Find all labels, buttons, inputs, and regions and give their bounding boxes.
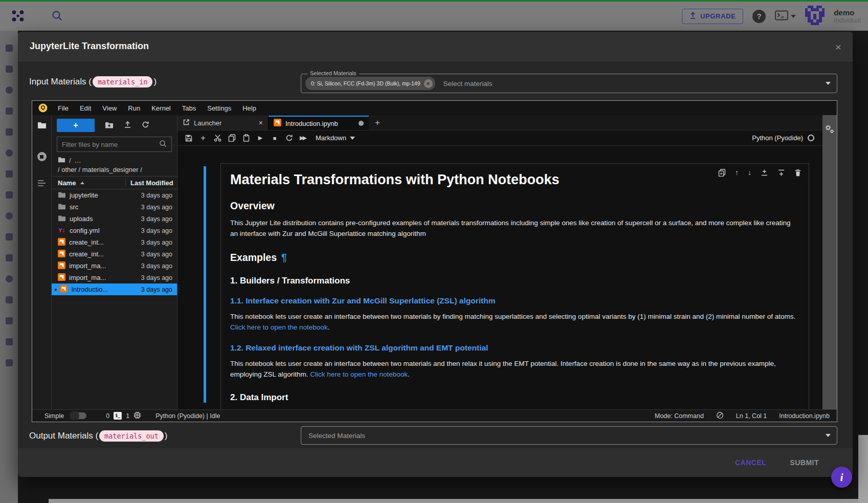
sidebar-icon[interactable] [6,128,13,136]
dropdown-caret-icon[interactable] [826,82,831,85]
selected-materials-field[interactable]: Selected Materials 0: Si, Silicon, FCC (… [301,74,837,93]
sidebar-icon[interactable] [6,191,13,199]
insert-cell-icon[interactable]: + [196,134,210,143]
menu-view[interactable]: View [97,104,122,112]
cursor-position[interactable]: Ln 1, Col 1 [736,412,767,420]
upload-files-icon[interactable] [124,121,131,130]
breadcrumb-ellipsis[interactable]: … [75,157,81,164]
active-file-name[interactable]: Introduction.ipynb [779,412,830,420]
delete-cell-icon[interactable] [794,169,802,177]
mat3ra-logo-icon[interactable] [10,8,26,26]
run-cell-icon[interactable]: ▶ [253,135,268,141]
close-tab-icon[interactable]: × [259,119,263,127]
sidebar-icon[interactable] [6,45,13,52]
sidebar-icon[interactable] [6,359,13,366]
sidebar-icon[interactable] [6,212,13,220]
search-icon[interactable] [51,10,63,24]
sidebar-icon[interactable] [6,233,13,240]
menu-edit[interactable]: Edit [74,104,97,112]
new-folder-icon[interactable] [105,121,114,130]
file-browser-icon[interactable] [37,121,47,131]
new-launcher-button[interactable]: + [57,119,95,132]
menu-kernel[interactable]: Kernel [146,104,176,112]
cut-icon[interactable] [210,134,225,142]
cancel-button[interactable]: CANCEL [735,458,766,467]
restart-kernel-icon[interactable] [282,134,296,142]
cell-type-select[interactable]: Markdown [316,134,355,142]
help-button[interactable]: ? [752,10,766,23]
column-name[interactable]: Name [52,179,125,187]
simple-mode-toggle[interactable] [71,412,86,419]
material-chip[interactable]: 0: Si, Silicon, FCC (Fd-3m) 3D (Bulk), m… [305,77,435,90]
refresh-icon[interactable] [142,121,149,130]
insert-cell-below-icon[interactable] [777,169,785,177]
output-materials-dropdown[interactable]: Selected Materials [301,426,837,445]
file-row[interactable]: create_int... 3 days ago [52,248,177,260]
file-row[interactable]: jupyterlite 3 days ago [52,189,177,201]
menu-help[interactable]: Help [237,104,262,112]
sidebar-icon[interactable] [6,296,13,303]
sidebar-icon[interactable] [6,86,13,94]
move-cell-up-icon[interactable]: ↑ [735,168,739,177]
duplicate-cell-icon[interactable] [718,169,726,177]
table-of-contents-icon[interactable] [37,180,47,189]
sidebar-icon[interactable] [6,149,13,157]
kernel-status-text[interactable]: Python (Pyodide) | Idle [155,412,220,420]
breadcrumb-root[interactable]: / [69,157,71,164]
sidebar-icon[interactable] [6,317,13,324]
mode-indicator[interactable]: Mode: Command [655,412,704,420]
file-row[interactable]: uploads 3 days ago [52,213,177,225]
sidebar-icon[interactable] [6,107,13,115]
user-info[interactable]: demo Individual [834,8,861,25]
accessibility-slash-icon[interactable] [716,411,724,421]
menu-run[interactable]: Run [122,104,146,112]
file-row[interactable]: create_int... 3 days ago [52,236,177,248]
breadcrumb-path[interactable]: / other / materials_designer / [58,166,171,173]
close-icon[interactable]: × [835,41,841,52]
sidebar-icon[interactable] [6,275,13,282]
home-folder-icon[interactable] [58,157,65,164]
file-row[interactable]: import_ma... 3 days ago [52,272,177,283]
terminal-icon[interactable]: $_ [114,412,122,420]
menu-tabs[interactable]: Tabs [176,104,202,112]
notebook-content[interactable]: ↑ ↓ Materials Transformations with Pytho… [177,146,822,409]
file-row[interactable]: import_ma... 3 days ago [52,260,177,272]
insert-cell-above-icon[interactable] [761,169,768,177]
copy-icon[interactable] [225,134,239,142]
user-avatar[interactable] [805,6,825,27]
console-menu-button[interactable] [775,10,796,23]
open-notebook-link[interactable]: Click here to open the notebook [230,323,328,331]
jupyterlite-logo-icon[interactable] [38,103,48,113]
file-row[interactable]: src 3 days ago [52,201,177,213]
open-notebook-link[interactable]: Click here to open the notebook [310,370,408,378]
kernel-chip-icon[interactable] [133,411,141,421]
file-row-selected[interactable]: ●Introductio... 3 days ago [52,283,177,295]
chip-remove-icon[interactable]: × [424,79,433,88]
menu-settings[interactable]: Settings [202,104,237,112]
restart-and-run-all-icon[interactable]: ▶▶ [296,135,310,141]
sidebar-icon[interactable] [6,170,13,178]
filter-files-input[interactable] [62,141,159,148]
paste-icon[interactable] [239,134,253,142]
property-inspector-gears-icon[interactable] [824,123,835,137]
move-cell-down-icon[interactable]: ↓ [748,168,751,177]
tab-launcher[interactable]: Launcher × [177,116,269,130]
markdown-cell[interactable]: ↑ ↓ Materials Transformations with Pytho… [220,163,809,409]
submit-button[interactable]: SUBMIT [790,458,819,467]
sidebar-icon[interactable] [6,338,13,345]
sidebar-icon[interactable] [6,254,13,261]
sidebar-icon[interactable] [6,65,13,73]
info-fab-button[interactable]: i [831,467,852,488]
tab-introduction-notebook[interactable]: Introduction.ipynb [269,116,369,130]
stop-kernel-icon[interactable]: ■ [268,135,282,141]
kernel-indicator[interactable]: Python (Pyodide) [752,134,818,142]
column-last-modified[interactable]: Last Modified [125,179,177,187]
menu-file[interactable]: File [52,104,74,112]
new-tab-button[interactable]: + [369,116,386,130]
pilcrow-anchor-icon[interactable]: ¶ [281,252,287,263]
upgrade-button[interactable]: UPGRADE [682,9,743,24]
dropdown-caret-icon[interactable] [826,434,831,437]
save-icon[interactable] [182,135,196,142]
file-row[interactable]: Y:config.yml 3 days ago [52,225,177,236]
running-sessions-icon[interactable] [37,152,47,161]
